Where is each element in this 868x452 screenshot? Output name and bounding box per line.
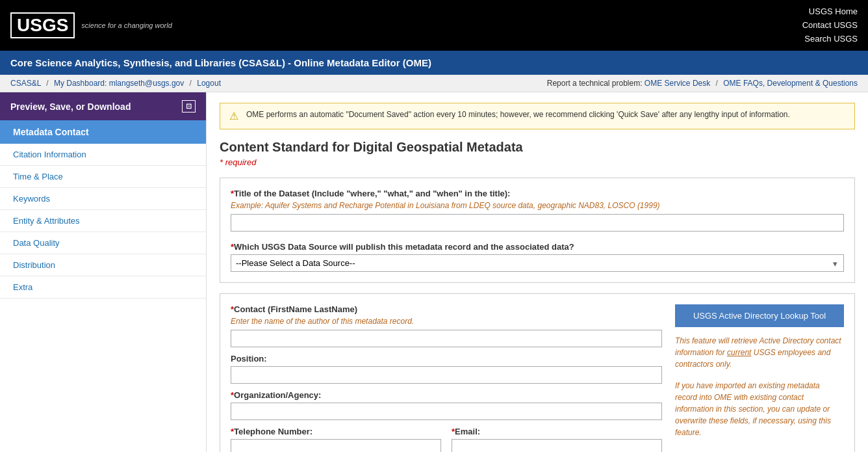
contact-left: *Contact (FirstName LastName) Enter the … — [231, 304, 662, 452]
email-group: *Email: — [452, 427, 662, 452]
sidebar-item-label: Time & Place — [13, 172, 63, 181]
contact-name-input[interactable] — [231, 330, 662, 347]
breadcrumb-sep3: / — [716, 79, 718, 88]
phone-email-row: *Telephone Number: *Email: — [231, 427, 662, 452]
logo-area: USGS science for a changing world — [10, 12, 172, 38]
data-source-select[interactable]: --Please Select a Data Source-- — [231, 254, 844, 272]
contact-label: *Contact (FirstName LastName) — [231, 304, 662, 314]
active-item-label: Metadata Contact — [13, 127, 89, 137]
report-problem-label: Report a technical problem: — [547, 79, 643, 88]
dataset-title-hint: Example: Aquifer Systems and Recharge Po… — [231, 201, 844, 210]
dataset-title-input[interactable] — [231, 214, 844, 232]
breadcrumb-dashboard[interactable]: My Dashboard: mlangseth@usgs.gov — [54, 79, 184, 88]
sidebar-item-label: Distribution — [13, 260, 55, 270]
sidebar: Preview, Save, or Download ⊡ Metadata Co… — [0, 92, 207, 452]
sidebar-item-extra[interactable]: Extra — [0, 276, 206, 299]
sidebar-item-data-quality[interactable]: Data Quality — [0, 232, 206, 254]
phone-label: *Telephone Number: — [231, 427, 441, 436]
notice-text: OME performs an automatic "Document Save… — [246, 110, 790, 119]
sidebar-item-citation-information[interactable]: Citation Information — [0, 144, 206, 166]
sidebar-active-item: Metadata Contact — [0, 120, 206, 144]
breadcrumb-left: CSAS&L / My Dashboard: mlangseth@usgs.go… — [10, 79, 221, 88]
contact-layout: *Contact (FirstName LastName) Enter the … — [231, 304, 844, 452]
dataset-title-label: *Title of the Dataset (Include "where," … — [231, 189, 844, 198]
current-link[interactable]: current — [727, 348, 751, 357]
sidebar-item-entity-attributes[interactable]: Entity & Attributes — [0, 210, 206, 232]
ad-info-text-1: This feature will retrieve Active Direct… — [675, 335, 844, 370]
breadcrumb-sep1: / — [46, 79, 48, 88]
sidebar-item-label: Entity & Attributes — [13, 216, 80, 226]
email-input[interactable] — [452, 439, 662, 452]
sidebar-item-label: Extra — [13, 282, 32, 292]
sidebar-item-label: Keywords — [13, 194, 50, 204]
org-group: *Organization/Agency: — [231, 390, 662, 420]
ad-info-text-2: If you have imported an existing metadat… — [675, 380, 844, 438]
site-header: USGS science for a changing world USGS H… — [0, 0, 868, 51]
usgs-logo-box: USGS — [10, 12, 75, 38]
breadcrumb-logout[interactable]: Logout — [197, 79, 221, 88]
data-source-select-wrapper: --Please Select a Data Source-- — [231, 254, 844, 272]
sidebar-item-keywords[interactable]: Keywords — [0, 188, 206, 210]
sidebar-item-time-place[interactable]: Time & Place — [0, 166, 206, 188]
header-links: USGS Home Contact USGS Search USGS — [802, 5, 858, 46]
position-group: Position: — [231, 354, 662, 384]
notice-box: ⚠ OME performs an automatic "Document Sa… — [220, 103, 855, 129]
phone-group: *Telephone Number: — [231, 427, 441, 452]
dataset-title-section: *Title of the Dataset (Include "where," … — [220, 178, 855, 283]
contact-hint: Enter the name of the author of this met… — [231, 317, 662, 326]
main-layout: Preview, Save, or Download ⊡ Metadata Co… — [0, 92, 868, 452]
breadcrumb-sep2: / — [190, 79, 192, 88]
sidebar-item-label: Citation Information — [13, 150, 86, 159]
contact-section: *Contact (FirstName LastName) Enter the … — [220, 293, 855, 452]
preview-icon: ⊡ — [182, 100, 196, 113]
preview-btn-label: Preview, Save, or Download — [10, 101, 131, 112]
required-label: * required — [220, 157, 855, 167]
usgs-home-link[interactable]: USGS Home — [802, 5, 858, 19]
breadcrumb-csasl[interactable]: CSAS&L — [10, 79, 41, 88]
warning-icon: ⚠ — [229, 110, 241, 122]
position-input[interactable] — [231, 366, 662, 384]
data-source-label: *Which USGS Data Source will publish thi… — [231, 242, 844, 252]
ome-faqs-link[interactable]: OME FAQs, Development & Questions — [723, 79, 858, 88]
preview-save-download-button[interactable]: Preview, Save, or Download ⊡ — [0, 92, 206, 120]
contact-right: USGS Active Directory Lookup Tool This f… — [675, 304, 844, 452]
phone-label-text: Telephone Number: — [234, 427, 313, 436]
email-label: *Email: — [452, 427, 662, 436]
org-input[interactable] — [231, 403, 662, 420]
search-usgs-link[interactable]: Search USGS — [802, 33, 858, 46]
page-title: Content Standard for Digital Geospatial … — [220, 140, 855, 155]
data-source-label-text: Which USGS Data Source will publish this… — [234, 242, 574, 252]
logo-tagline: science for a changing world — [81, 21, 172, 29]
org-label: *Organization/Agency: — [231, 390, 662, 400]
dataset-title-label-text: Title of the Dataset (Include "where," "… — [234, 189, 510, 198]
position-label: Position: — [231, 354, 662, 364]
banner-text: Core Science Analytics, Synthesis, and L… — [10, 57, 431, 68]
contact-name-group: *Contact (FirstName LastName) Enter the … — [231, 304, 662, 347]
usgs-logo-text: USGS — [17, 16, 68, 34]
site-banner: Core Science Analytics, Synthesis, and L… — [0, 51, 868, 75]
ome-service-desk-link[interactable]: OME Service Desk — [645, 79, 710, 88]
breadcrumb: CSAS&L / My Dashboard: mlangseth@usgs.go… — [0, 75, 868, 92]
breadcrumb-right: Report a technical problem: OME Service … — [547, 79, 858, 88]
contact-label-text: Contact (FirstName LastName) — [234, 304, 357, 314]
ad-lookup-button[interactable]: USGS Active Directory Lookup Tool — [675, 304, 844, 327]
org-label-text: Organization/Agency: — [234, 390, 321, 400]
sidebar-item-label: Data Quality — [13, 238, 60, 248]
email-label-text: Email: — [455, 427, 480, 436]
sidebar-item-distribution[interactable]: Distribution — [0, 254, 206, 276]
main-content: ⚠ OME performs an automatic "Document Sa… — [207, 92, 868, 452]
phone-input[interactable] — [231, 439, 441, 452]
contact-usgs-link[interactable]: Contact USGS — [802, 19, 858, 33]
